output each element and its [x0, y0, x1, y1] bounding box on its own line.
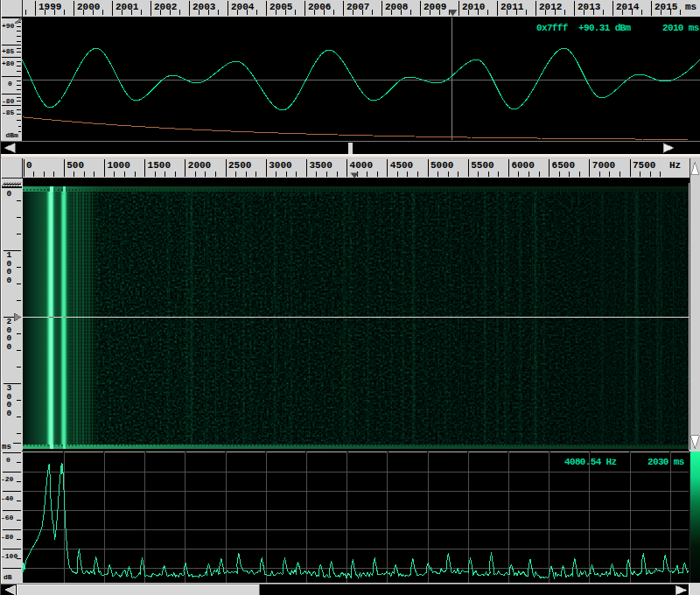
svg-text:2013: 2013: [578, 2, 601, 12]
svg-text:2001: 2001: [116, 2, 139, 12]
svg-text:2000: 2000: [188, 160, 211, 171]
svg-text:-60: -60: [1, 514, 14, 522]
svg-text:6000: 6000: [511, 160, 534, 171]
svg-text:2004: 2004: [231, 2, 255, 12]
svg-text:+80: +80: [2, 60, 15, 67]
svg-text:0: 0: [7, 276, 12, 285]
svg-text:-85: -85: [2, 108, 15, 116]
svg-text:-40: -40: [1, 494, 14, 502]
svg-text:3500: 3500: [309, 160, 332, 171]
svg-text:2030 ms: 2030 ms: [648, 457, 684, 467]
svg-text:2010: 2010: [462, 2, 485, 12]
svg-text:0: 0: [6, 456, 10, 464]
svg-text:-20: -20: [1, 475, 14, 483]
svg-text:0: 0: [7, 189, 12, 199]
svg-text:6500: 6500: [552, 160, 575, 171]
svg-text:0: 0: [7, 342, 12, 352]
svg-text:2002: 2002: [154, 2, 177, 12]
svg-text:5000: 5000: [430, 160, 453, 171]
svg-text:0x7fff: 0x7fff: [536, 23, 569, 33]
svg-text:4000: 4000: [350, 160, 373, 171]
svg-text:+90: +90: [2, 22, 15, 30]
svg-text:2014: 2014: [616, 2, 640, 12]
svg-text:4080.54 Hz: 4080.54 Hz: [564, 457, 617, 467]
svg-text:ms: ms: [685, 2, 696, 12]
svg-text:4500: 4500: [390, 160, 413, 171]
svg-text:2000: 2000: [77, 2, 100, 12]
svg-text:dBm: dBm: [6, 131, 19, 139]
svg-text:5500: 5500: [471, 160, 494, 171]
svg-text:0: 0: [26, 160, 32, 171]
svg-text:2015: 2015: [654, 2, 678, 12]
svg-text:-80: -80: [1, 533, 14, 541]
svg-text:2010 ms: 2010 ms: [662, 23, 699, 33]
svg-text:Hz: Hz: [669, 160, 681, 171]
svg-text:+85: +85: [2, 47, 15, 55]
svg-text:7500: 7500: [633, 160, 655, 171]
svg-text:2011: 2011: [500, 2, 524, 12]
svg-text:dB: dB: [4, 573, 12, 581]
svg-text:2500: 2500: [228, 160, 251, 171]
svg-text:2008: 2008: [385, 2, 409, 12]
svg-text:0: 0: [7, 409, 12, 418]
svg-text:-80: -80: [2, 97, 15, 105]
svg-text:1000: 1000: [107, 160, 130, 171]
svg-text:7000: 7000: [592, 160, 615, 171]
svg-text:500: 500: [66, 160, 84, 171]
svg-text:1500: 1500: [148, 160, 171, 171]
svg-text:2007: 2007: [346, 2, 369, 12]
svg-text:0: 0: [8, 80, 12, 88]
svg-text:2009: 2009: [424, 2, 446, 12]
svg-text:2012: 2012: [539, 2, 562, 12]
svg-text:2003: 2003: [192, 2, 216, 12]
svg-text:+90.31 dBm: +90.31 dBm: [578, 23, 632, 33]
svg-text:-100: -100: [1, 552, 18, 560]
svg-text:3000: 3000: [269, 160, 291, 171]
svg-text:2006: 2006: [308, 2, 331, 12]
svg-text:2005: 2005: [270, 2, 293, 12]
svg-text:1999: 1999: [38, 2, 61, 12]
